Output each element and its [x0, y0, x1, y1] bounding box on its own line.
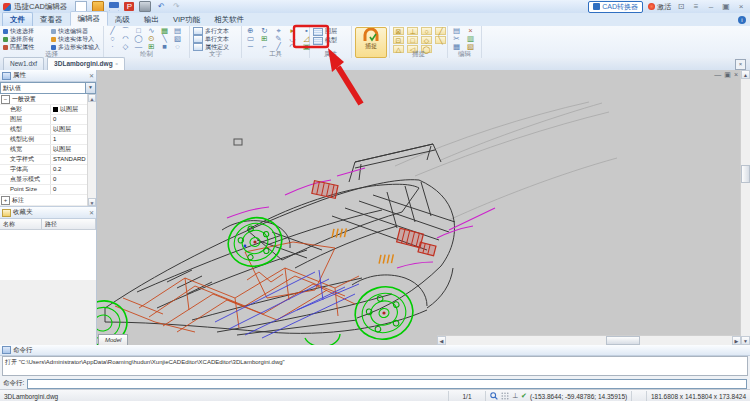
close-button[interactable]: × — [736, 1, 746, 12]
redo-icon[interactable]: ↷ — [171, 2, 181, 11]
prop-row-textheight[interactable]: 字体高0.2 — [0, 165, 88, 175]
drawing-canvas[interactable]: — ▣ × ▲ ▼ ◀ ▶ Model — [97, 70, 750, 345]
favorites-col-name[interactable]: 名称 — [0, 219, 42, 229]
tab-related[interactable]: 相关软件 — [207, 13, 251, 26]
prop-row-ltscale[interactable]: 线型比例1 — [0, 135, 88, 145]
snap-status-icon[interactable]: ✔ — [521, 392, 527, 400]
command-panel-header: 命令行 — [0, 345, 750, 356]
vertical-scrollbar[interactable]: ▲ ▼ — [740, 70, 750, 345]
snap-perpendicular-icon[interactable]: ⊥ — [407, 27, 418, 35]
grid-toggle-icon[interactable] — [501, 392, 509, 400]
favorites-panel-close-icon[interactable]: ✕ — [89, 209, 94, 216]
mdi-minimize-icon[interactable]: — — [714, 71, 721, 79]
prop-label: Point Size — [0, 185, 50, 194]
quick-select-icon — [3, 29, 8, 34]
prop-row-lineweight[interactable]: 线宽以图层 — [0, 145, 88, 155]
favorites-list[interactable] — [0, 230, 96, 280]
prop-value[interactable]: 以图层 — [50, 105, 88, 114]
tab-output[interactable]: 输出 — [137, 13, 166, 26]
model-space-tab[interactable]: Model — [98, 334, 128, 345]
snap-quadrant-icon[interactable]: ◇ — [421, 36, 432, 44]
tab-file[interactable]: 文件 — [2, 12, 33, 26]
activate-button[interactable]: 激活 — [648, 2, 671, 12]
prop-label: 色彩 — [0, 105, 50, 114]
snap-node-icon[interactable]: □ — [407, 36, 418, 44]
prop-row-color[interactable]: 色彩以图层 — [0, 105, 88, 115]
doc-tab-close-icon[interactable]: ▫ — [116, 59, 118, 69]
cad-converter-label: CAD转换器 — [602, 2, 638, 12]
edit-group-label: 编辑 — [448, 50, 481, 58]
quick-entity-import-button[interactable]: 快速实体导入 — [51, 35, 109, 43]
snap-tangent-icon[interactable]: ╱ — [435, 27, 446, 35]
horizontal-scrollbar[interactable]: ◀ ▶ — [437, 335, 741, 345]
tab-editor[interactable]: 编辑器 — [70, 11, 109, 26]
status-bar: 3DLamborgini.dwg 1/1 ⊥ ✔ (-153.8644; -59… — [0, 389, 750, 401]
tab-advanced[interactable]: 高级 — [108, 13, 137, 26]
pdf-export-icon[interactable]: P — [124, 2, 134, 11]
minimize-button[interactable]: – — [706, 1, 716, 12]
select-all-button[interactable]: 选择所有 — [3, 35, 49, 43]
doc-tab-lamborgini[interactable]: 3DLamborgini.dwg ▫ — [47, 57, 125, 70]
mdi-close-icon[interactable]: × — [734, 71, 738, 79]
scroll-left-icon[interactable]: ◀ — [437, 336, 446, 345]
ribbon-group-select: 快速选择 快速编辑器 选择所有 快速实体导入 匹配属性 多边形实体输入 选择 — [0, 26, 104, 58]
scroll-up-icon[interactable]: ▲ — [741, 70, 750, 79]
category-general-label: 一般设置 — [12, 94, 36, 104]
undo-icon[interactable]: ↶ — [156, 2, 166, 11]
favorites-col-path[interactable]: 路径 — [42, 219, 96, 229]
properties-panel-close-icon[interactable]: ✕ — [89, 72, 94, 79]
category-general[interactable]: − 一般设置 — [0, 94, 88, 105]
scroll-down-icon[interactable]: ▼ — [88, 198, 96, 206]
snap-midpoint-icon[interactable]: ⊡ — [393, 36, 404, 44]
favorites-panel-title: 收藏夹 — [13, 208, 33, 217]
prop-row-pointmode[interactable]: 点显示模式0 — [0, 175, 88, 185]
restore-button[interactable]: ▣ — [721, 1, 731, 12]
match-properties-icon — [3, 45, 8, 50]
linetype-button[interactable]: 线型 — [313, 36, 348, 45]
selection-grip[interactable] — [234, 139, 242, 145]
prop-row-linetype[interactable]: 线型以图层 — [0, 125, 88, 135]
scroll-down-icon[interactable]: ▼ — [741, 336, 750, 345]
menu-icon[interactable]: ≡ — [691, 1, 701, 12]
tab-vip[interactable]: VIP功能 — [166, 13, 207, 26]
wireframe-car-drawing — [97, 70, 741, 345]
horizontal-scroll-thumb[interactable] — [606, 336, 640, 345]
quick-editor-icon — [51, 29, 56, 34]
scroll-up-icon[interactable]: ▲ — [88, 94, 96, 102]
prop-value-text: 以图层 — [53, 125, 71, 134]
zoom-icon[interactable] — [490, 392, 498, 400]
print-icon[interactable] — [139, 1, 151, 12]
ortho-toggle-icon[interactable]: ⊥ — [512, 392, 518, 400]
snap-center-icon[interactable]: ○ — [421, 27, 432, 35]
prop-value-text: 0 — [53, 115, 56, 124]
tab-viewer[interactable]: 查看器 — [33, 13, 70, 26]
layer-button[interactable]: 图层 — [313, 27, 348, 36]
prop-row-textstyle[interactable]: 文字样式STANDARD — [0, 155, 88, 165]
snap-nearest-icon[interactable]: ╲ — [435, 36, 446, 44]
expand-icon[interactable]: + — [1, 196, 10, 205]
polygon-entity-input-icon — [51, 45, 56, 50]
snap-toggle-button[interactable]: 捕捉 — [355, 27, 387, 58]
save-icon[interactable] — [109, 2, 119, 11]
quick-editor-button[interactable]: 快速编辑器 — [51, 27, 109, 35]
vertical-scroll-thumb[interactable] — [741, 165, 750, 183]
collapse-icon[interactable]: − — [1, 95, 10, 104]
cad-converter-button[interactable]: CAD转换器 — [588, 1, 643, 13]
command-log[interactable]: 打开 "C:\Users\Administrator\AppData\Roami… — [2, 356, 748, 376]
mdi-restore-icon[interactable]: ▣ — [724, 71, 731, 79]
preset-dropdown[interactable]: 默认值 ▼ — [0, 82, 96, 94]
prop-row-layer[interactable]: 图层0 — [0, 115, 88, 125]
feedback-icon[interactable]: ⊡ — [676, 1, 686, 12]
quick-select-button[interactable]: 快速选择 — [3, 27, 49, 35]
property-grid-scrollbar[interactable]: ▲ ▼ — [87, 94, 96, 206]
command-input[interactable] — [27, 379, 747, 389]
snap-endpoint-icon[interactable]: ⊠ — [393, 27, 404, 35]
ribbon-group-properties: 图层 线型 属性 — [310, 26, 352, 58]
doc-tab-new1[interactable]: New1.dxf — [3, 57, 44, 70]
help-icon[interactable]: i — [738, 16, 746, 24]
prop-row-pointsize[interactable]: Point Size0 — [0, 185, 88, 195]
scroll-right-icon[interactable]: ▶ — [732, 336, 741, 345]
preset-dropdown-arrow-icon[interactable]: ▼ — [85, 83, 95, 93]
category-annotation[interactable]: + 标注 — [0, 195, 88, 206]
tab-bar-close-icon[interactable]: × — [735, 59, 746, 70]
